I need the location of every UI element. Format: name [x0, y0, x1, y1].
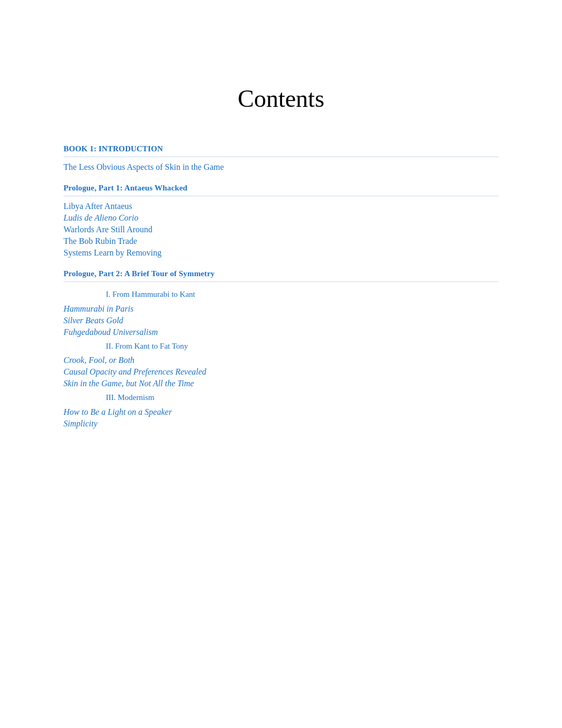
- toc-entry[interactable]: Silver Beats Gold: [64, 315, 498, 326]
- subsection-ii-heading[interactable]: II. From Kant to Fat Tony: [64, 338, 498, 355]
- toc-entry[interactable]: Hammurabi in Paris: [64, 303, 498, 315]
- toc-container: BOOK 1: INTRODUCTION The Less Obvious As…: [64, 144, 498, 430]
- toc-entry[interactable]: Systems Learn by Removing: [64, 247, 498, 259]
- toc-entry[interactable]: Causal Opacity and Preferences Revealed: [64, 366, 498, 378]
- toc-entry[interactable]: Skin in the Game, but Not All the Time: [64, 378, 498, 389]
- toc-entry[interactable]: Warlords Are Still Around: [64, 224, 498, 235]
- prologue-part1-heading[interactable]: Prologue, Part 1: Antaeus Whacked: [64, 184, 498, 196]
- toc-entry[interactable]: The Bob Rubin Trade: [64, 235, 498, 247]
- prologue-part2-heading[interactable]: Prologue, Part 2: A Brief Tour of Symmet…: [64, 269, 498, 282]
- toc-entry[interactable]: Libya After Antaeus: [64, 201, 498, 212]
- subsection-i-heading[interactable]: I. From Hammurabi to Kant: [64, 286, 498, 303]
- toc-entry[interactable]: How to Be a Light on a Speaker: [64, 406, 498, 418]
- toc-entry[interactable]: Ludis de Alieno Corio: [64, 212, 498, 224]
- toc-entry[interactable]: The Less Obvious Aspects of Skin in the …: [64, 161, 498, 173]
- page-title: Contents: [64, 85, 498, 113]
- subsection-iii-heading[interactable]: III. Modernism: [64, 389, 498, 406]
- toc-entry[interactable]: Simplicity: [64, 418, 498, 430]
- book1-heading[interactable]: BOOK 1: INTRODUCTION: [64, 144, 498, 157]
- toc-entry[interactable]: Fuhgedaboud Universalism: [64, 326, 498, 338]
- toc-entry[interactable]: Crook, Fool, or Both: [64, 354, 498, 366]
